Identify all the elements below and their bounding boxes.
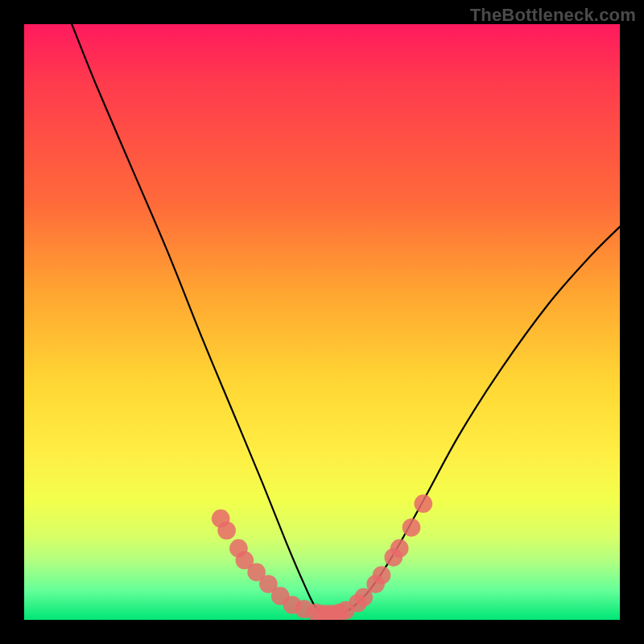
curve-marker: [373, 566, 391, 584]
marker-group: [212, 494, 432, 620]
plot-area: [24, 24, 620, 620]
curve-marker: [414, 494, 432, 513]
curve-marker: [390, 539, 409, 558]
chart-frame: TheBottleneck.com: [0, 0, 644, 644]
curve-marker: [217, 522, 236, 540]
watermark-text: TheBottleneck.com: [470, 5, 636, 26]
curve-marker: [402, 518, 421, 537]
bottleneck-curve-path: [72, 24, 620, 615]
curve-svg: [24, 24, 620, 620]
